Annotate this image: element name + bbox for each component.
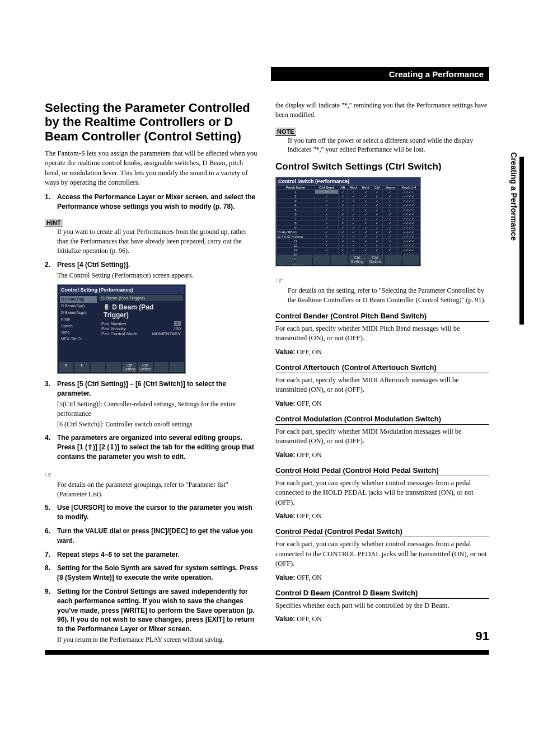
shot2-h5: Ctrl [372, 186, 383, 190]
param-value-3: Value: OFF, ON [275, 512, 489, 520]
shot1-val-2: MOMENTARY [152, 331, 181, 336]
shot1-side-5: Tone [60, 329, 97, 336]
main-heading: Selecting the Parameter Controlled by th… [45, 101, 259, 143]
step-3-label: Press [5 (Ctrl Setting)] – [6 (Ctrl Swit… [57, 380, 226, 397]
step-6: Turn the VALUE dial or press [INC]/[DEC]… [45, 527, 259, 546]
shot2-h4: Hold [359, 186, 372, 190]
shot1-arrow-down: ⬇ [74, 362, 89, 372]
step-5-label: Use [CURSOR] to move the cursor to the p… [57, 504, 252, 521]
shot2-btn1: Ctrl Setting [349, 255, 366, 265]
shot2-h2: Aft [338, 186, 347, 190]
shot2-btn2: Ctrl Switch [367, 255, 383, 265]
param-body-2: For each part, specify whether MIDI Modu… [275, 427, 489, 447]
footer-bar [45, 650, 489, 655]
param-heading-1: Control Aftertouch (Control Aftertouch S… [275, 363, 489, 373]
note-body: If you turn off the power or select a di… [275, 136, 489, 155]
shot1-val-0: 1 [174, 321, 181, 326]
shot2-h7: Knob 1-4 [397, 186, 420, 190]
shot1-row-2: Pad Control Mode [101, 331, 137, 336]
param-heading-4: Control Pedal (Control Pedal Switch) [275, 527, 489, 537]
shot2-h3: Mod [347, 186, 359, 190]
step-9: Setting for the Control Settings are sav… [45, 587, 259, 645]
shot2-h6: Beam [382, 186, 397, 190]
shot1-side-6: MFX Ctrl Ch [60, 336, 97, 342]
shot2-table: Patch Name Ctrl Bend Aft Mod Hold Ctrl B… [276, 185, 420, 261]
param-value-2: Value: OFF, ON [275, 451, 489, 459]
param-value-5: Value: OFF, ON [275, 615, 489, 623]
param-body-0: For each part, specify whether MIDI Pitc… [275, 324, 489, 344]
shot1-side-4: Switch [60, 323, 97, 330]
param-body-5: Specifies whether each part will be cont… [275, 601, 489, 611]
shot1-btn2: Ctrl Switch [138, 362, 152, 372]
control-switch-screenshot: Control Switch (Performance) Patch Name … [275, 177, 421, 266]
step-2-label: Press [4 (Ctrl Setting)]. [57, 261, 130, 269]
param-value-0: Value: OFF, ON [275, 348, 489, 356]
pointer-icon: ☞ [45, 469, 53, 480]
right-ref-body: For details on the setting, refer to "Se… [275, 286, 489, 305]
shot1-val-1: 100 [174, 326, 181, 331]
step-4-label: The parameters are organized into severa… [57, 434, 254, 461]
shot1-title: Control Setting (Performance) [59, 286, 184, 294]
cont-text: the display will indicate "*," reminding… [275, 101, 489, 120]
step-7: Repeat steps 4–6 to set the parameter. [45, 550, 259, 560]
shot1-row-0: Pad Number [101, 321, 127, 326]
pointer-icon-2: ☞ [275, 275, 283, 286]
param-body-1: For each part, specify whether MIDI Afte… [275, 375, 489, 395]
control-setting-screenshot: Control Setting (Performance) D Beam(Tri… [57, 284, 186, 374]
right-column: the display will indicate "*," reminding… [275, 101, 489, 649]
intro-text: The Fantom-S lets you assign the paramet… [45, 149, 259, 188]
param-value-1: Value: OFF, ON [275, 400, 489, 408]
step-2: Press [4 (Ctrl Setting)]. The Control Se… [45, 260, 259, 280]
header-bar: Creating a Performance [271, 67, 489, 81]
shot1-row-1: Pad Velocity [101, 326, 126, 331]
shot1-dbeam: 🎚 D Beam (Pad Trigger) [99, 301, 183, 321]
ref-body: For details on the parameter groupings, … [45, 480, 259, 499]
side-tab-text: Creating a Performance [509, 152, 518, 241]
step-3-body2: [6 (Ctrl Switch)]: Controller switch on/… [57, 420, 259, 429]
step-1: Access the Performance Layer or Mixer sc… [45, 192, 259, 212]
page-number: 91 [476, 629, 489, 644]
shot1-btn1: Ctrl Setting [122, 362, 137, 372]
step-3: Press [5 (Ctrl Setting)] – [6 (Ctrl Swit… [45, 379, 259, 429]
param-heading-5: Control D Beam (Control D Beam Switch) [275, 589, 489, 599]
shot2-title: Control Switch (Performance) [276, 177, 420, 185]
hint-body: If you want to create all your Performan… [45, 227, 259, 255]
shot1-side-3: Knob [60, 316, 97, 323]
param-body-4: For each part, you can specify whether c… [275, 539, 489, 569]
hint-label: HINT [45, 219, 63, 227]
side-tab-bar [519, 157, 524, 325]
shot2-h0: Patch Name [277, 186, 315, 190]
step-1-label: Access the Performance Layer or Mixer sc… [57, 193, 255, 210]
step-4: The parameters are organized into severa… [45, 433, 259, 461]
param-heading-2: Control Modulation (Control Modulation S… [275, 415, 489, 425]
step-9-body: If you return to the Performance PLAY sc… [57, 635, 259, 645]
step-2-body: The Control Setting (Performance) screen… [57, 271, 259, 280]
left-column: Selecting the Parameter Controlled by th… [45, 101, 259, 649]
step-5: Use [CURSOR] to move the cursor to the p… [45, 503, 259, 522]
step-6-label: Turn the VALUE dial or press [INC]/[DEC]… [57, 527, 253, 544]
shot1-side-2: D Beam(Asgn) [60, 309, 97, 316]
step-8-label: Setting for the Solo Synth are saved for… [57, 564, 258, 581]
note-label: NOTE [275, 128, 296, 136]
hint-body-text: If you want to create all your Performan… [57, 228, 246, 255]
param-value-4: Value: OFF, ON [275, 574, 489, 582]
ctrl-switch-heading: Control Switch Settings (Ctrl Switch) [275, 161, 489, 172]
shot1-tab: D Beam (Pad Trigger) [99, 295, 183, 301]
step-3-body1: [5(Ctrl Setting)]: Controller-related se… [57, 400, 259, 419]
param-body-3: For each part, you can specify whether c… [275, 478, 489, 508]
param-heading-0: Control Bender (Control Pitch Bend Switc… [275, 312, 489, 322]
shot1-side-1: D Beam(Syn) [60, 303, 97, 309]
shot1-arrow-up: ⬆ [59, 362, 73, 372]
param-heading-3: Control Hold Pedal (Control Hold Pedal S… [275, 466, 489, 476]
step-8: Setting for the Solo Synth are saved for… [45, 564, 259, 583]
step-9-label: Setting for the Control Settings are sav… [57, 588, 255, 633]
shot2-h1: Ctrl Bend [315, 186, 339, 190]
step-7-label: Repeat steps 4–6 to set the parameter. [57, 551, 180, 558]
shot1-side-0: D Beam(Trig) [60, 296, 97, 303]
